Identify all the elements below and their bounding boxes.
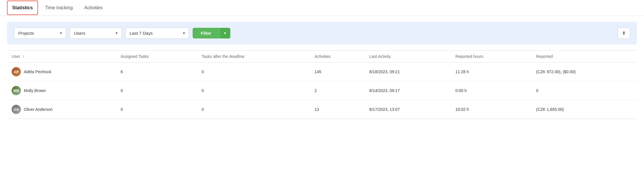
cell-assigned-tasks-molly: 0 xyxy=(116,81,197,100)
col-header-reported-hours: Reported hours xyxy=(451,51,531,63)
user-cell-adela: AP Adéla Pechová xyxy=(12,67,111,76)
table-row: MB Molly Brown 0 0 2 8/14/2023, 09:17 0:… xyxy=(7,81,637,100)
col-header-tasks-deadline: Tasks after the deadline xyxy=(197,51,310,63)
export-button[interactable]: ⬆ xyxy=(618,27,630,39)
export-icon: ⬆ xyxy=(622,31,626,36)
cell-reported-molly: 0 xyxy=(531,81,637,100)
col-label-last-activity: Last Activity xyxy=(369,54,391,59)
cell-reported-hours-adela: 11:28 h xyxy=(451,63,531,81)
tabs-nav: Statistics Time tracking Activities xyxy=(0,0,644,16)
cell-user-adela: AP Adéla Pechová xyxy=(7,63,116,81)
period-select-wrapper: Last 7 Days Last 30 Days Last 90 Days Cu… xyxy=(125,27,189,39)
cell-user-molly: MB Molly Brown xyxy=(7,81,116,100)
cell-tasks-deadline-adela: 0 xyxy=(197,63,310,81)
table-row: OA Oliver Anderson 0 0 13 8/17/2023, 13:… xyxy=(7,100,637,119)
tab-activities[interactable]: Activities xyxy=(80,0,107,16)
col-label-reported-hours: Reported hours xyxy=(455,54,484,59)
col-label-assigned-tasks: Assigned Tasks xyxy=(121,54,149,59)
filter-button[interactable]: Filter xyxy=(193,28,220,38)
cell-reported-adela: (CZK 972.00), ($0.00) xyxy=(531,63,637,81)
user-cell-oliver: OA Oliver Anderson xyxy=(12,105,111,114)
col-label-activities: Activities xyxy=(314,54,330,59)
cell-activities-molly: 2 xyxy=(310,81,365,100)
cell-last-activity-molly: 8/14/2023, 09:17 xyxy=(365,81,451,100)
col-header-user[interactable]: User ↑ xyxy=(7,51,116,63)
col-header-activities: Activities xyxy=(310,51,365,63)
table-row: AP Adéla Pechová 6 0 145 8/18/2023, 09:2… xyxy=(7,63,637,81)
cell-tasks-deadline-molly: 0 xyxy=(197,81,310,100)
sort-arrow-user: ↑ xyxy=(22,54,24,59)
avatar-oliver: OA xyxy=(12,105,21,114)
cell-last-activity-oliver: 8/17/2023, 13:07 xyxy=(365,100,451,119)
cell-activities-adela: 145 xyxy=(310,63,365,81)
user-name-oliver: Oliver Anderson xyxy=(24,107,53,112)
users-select[interactable]: Users All Users xyxy=(70,27,122,39)
cell-last-activity-adela: 8/18/2023, 09:21 xyxy=(365,63,451,81)
avatar-adela: AP xyxy=(12,67,21,76)
cell-reported-hours-molly: 0:00 h xyxy=(451,81,531,100)
tab-statistics[interactable]: Statistics xyxy=(7,1,38,15)
cell-assigned-tasks-adela: 6 xyxy=(116,63,197,81)
cell-activities-oliver: 13 xyxy=(310,100,365,119)
filter-button-group: Filter ▼ xyxy=(193,28,230,38)
col-label-user: User xyxy=(12,54,20,59)
user-cell-molly: MB Molly Brown xyxy=(12,86,111,95)
projects-select-wrapper: Projects All Projects ▼ xyxy=(14,27,66,39)
cell-assigned-tasks-oliver: 0 xyxy=(116,100,197,119)
cell-reported-oliver: (CZK 1,655.00) xyxy=(531,100,637,119)
users-select-wrapper: Users All Users ▼ xyxy=(70,27,122,39)
filter-bar: Projects All Projects ▼ Users All Users … xyxy=(7,22,637,45)
avatar-molly: MB xyxy=(12,86,21,95)
col-label-reported: Reported xyxy=(536,54,553,59)
col-header-reported: Reported xyxy=(531,51,637,63)
filter-dropdown-button[interactable]: ▼ xyxy=(220,28,230,38)
projects-select[interactable]: Projects All Projects xyxy=(14,27,66,39)
tab-time-tracking[interactable]: Time tracking xyxy=(40,0,77,16)
col-label-tasks-deadline: Tasks after the deadline xyxy=(202,54,245,59)
col-header-last-activity: Last Activity xyxy=(365,51,451,63)
statistics-table: User ↑ Assigned Tasks Tasks after the de… xyxy=(7,50,637,119)
cell-tasks-deadline-oliver: 0 xyxy=(197,100,310,119)
col-header-assigned-tasks: Assigned Tasks xyxy=(116,51,197,63)
user-name-molly: Molly Brown xyxy=(24,88,46,93)
cell-user-oliver: OA Oliver Anderson xyxy=(7,100,116,119)
table-header-row: User ↑ Assigned Tasks Tasks after the de… xyxy=(7,51,637,63)
user-name-adela: Adéla Pechová xyxy=(24,69,51,74)
statistics-table-container: User ↑ Assigned Tasks Tasks after the de… xyxy=(7,50,637,119)
cell-reported-hours-oliver: 10:02 h xyxy=(451,100,531,119)
period-select[interactable]: Last 7 Days Last 30 Days Last 90 Days Cu… xyxy=(125,27,189,39)
